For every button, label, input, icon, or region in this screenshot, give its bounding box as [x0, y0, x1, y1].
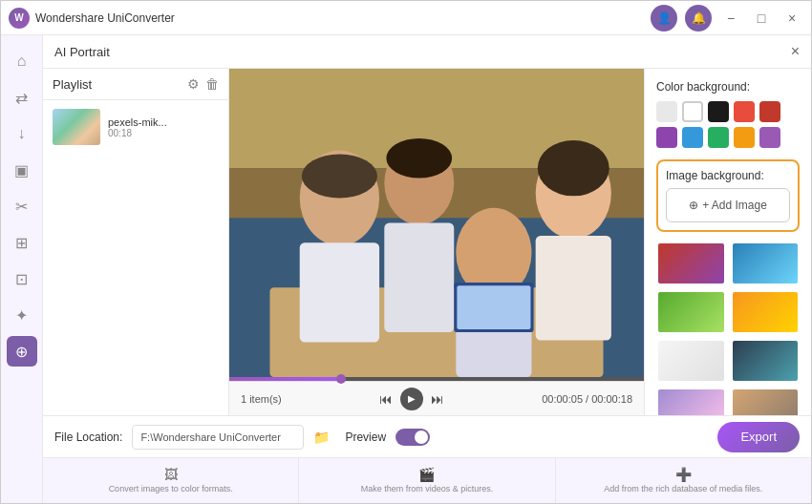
panel-title: AI Portrait	[54, 45, 110, 59]
image-background-box: Image background: ⊕ + Add Image	[656, 159, 800, 232]
svg-point-14	[538, 140, 609, 196]
color-swatches	[656, 101, 800, 148]
img-thumb-8[interactable]	[731, 388, 801, 415]
playlist-item-duration: 00:18	[108, 128, 219, 138]
img-thumb-5[interactable]	[656, 339, 726, 383]
app-title: Wondershare UniConverter	[35, 11, 175, 25]
notification-icon[interactable]: 🔔	[685, 5, 712, 32]
plus-icon: ⊕	[689, 199, 698, 212]
svg-rect-5	[300, 242, 379, 342]
playlist-settings-icon[interactable]: ⚙	[187, 76, 200, 92]
bottom-nav-text-2: Make them from videos & pictures.	[361, 484, 494, 494]
color-swatch-purple[interactable]	[656, 127, 677, 148]
color-swatch-white[interactable]	[682, 101, 703, 122]
play-button[interactable]: ▶	[400, 388, 423, 410]
color-swatch-green[interactable]	[708, 127, 729, 148]
sidebar-icon-screen[interactable]: ▣	[7, 155, 37, 185]
bottom-nav-text-3: Add from the rich database of media file…	[604, 484, 762, 494]
playlist-actions: ⚙ 🗑	[187, 76, 219, 92]
bottom-nav-item-2[interactable]: 🎬 Make them from videos & pictures.	[299, 458, 555, 503]
bottom-bar: File Location: 📁 Preview Export	[43, 415, 811, 457]
playlist-delete-icon[interactable]: 🗑	[205, 76, 219, 92]
img-thumb-1[interactable]	[656, 242, 726, 285]
sidebar-icon-home[interactable]: ⌂	[7, 46, 37, 76]
color-swatch-blue[interactable]	[682, 127, 703, 148]
folder-icon[interactable]: 📁	[313, 430, 330, 445]
playlist-item-info: pexels-mik... 00:18	[108, 116, 219, 138]
color-swatch-lightgray[interactable]	[656, 101, 677, 122]
minimize-button[interactable]: −	[719, 7, 742, 30]
bottom-nav-text-1: Convert images to color formats.	[109, 484, 233, 494]
playlist-items: pexels-mik... 00:18	[43, 100, 228, 415]
color-swatch-black[interactable]	[708, 101, 729, 122]
playlist-panel: Playlist ⚙ 🗑	[43, 69, 229, 415]
ai-portrait-panel: AI Portrait × Playlist ⚙ 🗑	[43, 35, 811, 457]
content-area: AI Portrait × Playlist ⚙ 🗑	[43, 35, 811, 503]
svg-point-16	[302, 155, 377, 199]
title-bar-left: W Wondershare UniConverter	[9, 8, 651, 29]
playlist-item-name: pexels-mik...	[108, 116, 219, 128]
color-swatch-darkred[interactable]	[759, 101, 780, 122]
add-image-button[interactable]: ⊕ + Add Image	[666, 188, 790, 222]
video-content-svg	[229, 69, 644, 377]
panel-header: AI Portrait ×	[43, 35, 811, 69]
export-button[interactable]: Export	[717, 422, 800, 452]
title-bar: W Wondershare UniConverter 👤 🔔 − □ ×	[1, 1, 811, 35]
export-label: Export	[740, 430, 777, 444]
bottom-nav-item-1[interactable]: 🖼 Convert images to color formats.	[43, 458, 299, 503]
list-item[interactable]: pexels-mik... 00:18	[47, 104, 224, 150]
prev-button[interactable]: ⏮	[379, 391, 393, 407]
progress-fill	[229, 377, 341, 381]
bottom-nav-icon-3: ➕	[675, 467, 692, 482]
preview-toggle[interactable]	[395, 429, 430, 446]
img-thumb-6[interactable]	[731, 339, 801, 383]
app-logo: W	[9, 8, 30, 29]
item-count: 1 item(s)	[241, 393, 282, 405]
img-thumb-7[interactable]	[656, 388, 726, 415]
file-location-label: File Location:	[54, 430, 122, 444]
img-thumb-4[interactable]	[731, 290, 801, 334]
sidebar-icon-toolbox[interactable]: ⊕	[7, 336, 37, 367]
color-background-label: Color background:	[656, 80, 800, 94]
playlist-thumbnail	[53, 109, 100, 145]
control-buttons: ⏮ ▶ ⏭	[379, 388, 444, 410]
video-controls: 1 item(s) ⏮ ▶ ⏭ 00:00:05 / 00:00:18	[229, 381, 644, 415]
right-panel: Color background:	[644, 69, 811, 415]
svg-point-15	[386, 138, 452, 178]
toggle-knob	[415, 430, 428, 444]
sidebar-icon-download[interactable]: ↓	[7, 118, 37, 149]
svg-rect-7	[384, 223, 454, 333]
bottom-nav-icon-2: 🎬	[418, 467, 435, 482]
next-button[interactable]: ⏭	[431, 391, 444, 407]
window-close-button[interactable]: ×	[780, 7, 803, 30]
svg-rect-11	[457, 285, 530, 329]
playlist-header: Playlist ⚙ 🗑	[43, 69, 228, 100]
user-icon[interactable]: 👤	[651, 5, 677, 32]
sidebar-icon-compress[interactable]: ⊡	[7, 263, 37, 294]
sidebar-icon-convert[interactable]: ⇄	[7, 82, 37, 113]
video-frame	[229, 69, 644, 377]
app-body: ⌂ ⇄ ↓ ▣ ✂ ⊞ ⊡ ✦ ⊕ AI Portrait ×	[1, 35, 811, 503]
img-thumb-3[interactable]	[656, 290, 726, 334]
sidebar-icon-merge[interactable]: ⊞	[7, 227, 37, 258]
video-progress-bar[interactable]	[229, 377, 644, 381]
svg-rect-13	[536, 236, 611, 340]
bottom-nav-icon-1: 🖼	[164, 467, 178, 482]
playlist-title: Playlist	[53, 77, 92, 92]
video-area: 1 item(s) ⏮ ▶ ⏭ 00:00:05 / 00:00:18	[229, 69, 644, 415]
maximize-button[interactable]: □	[750, 7, 773, 30]
bottom-nav-item-3[interactable]: ➕ Add from the rich database of media fi…	[556, 458, 811, 503]
image-thumbnails	[656, 242, 800, 415]
preview-label: Preview	[345, 430, 386, 444]
img-thumb-2[interactable]	[731, 242, 801, 285]
panel-body: Playlist ⚙ 🗑	[43, 69, 811, 415]
panel-close-button[interactable]: ×	[791, 43, 800, 60]
sidebar: ⌂ ⇄ ↓ ▣ ✂ ⊞ ⊡ ✦ ⊕	[1, 35, 43, 503]
app-window: W Wondershare UniConverter 👤 🔔 − □ × ⌂ ⇄…	[0, 0, 812, 504]
sidebar-icon-cut[interactable]: ✂	[7, 191, 37, 221]
color-swatch-red[interactable]	[734, 101, 755, 122]
sidebar-icon-effects[interactable]: ✦	[7, 300, 37, 330]
color-swatch-orange[interactable]	[734, 127, 755, 148]
file-path-input[interactable]	[132, 425, 304, 450]
color-swatch-violet[interactable]	[759, 127, 780, 148]
